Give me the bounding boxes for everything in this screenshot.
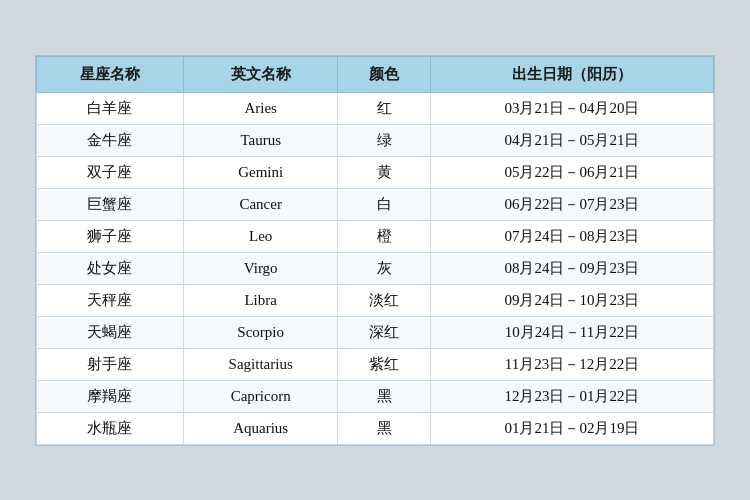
color-cell: 红 [338, 92, 431, 124]
color-cell: 黑 [338, 380, 431, 412]
english-name-cell: Capricorn [183, 380, 338, 412]
table-row: 巨蟹座Cancer白06月22日－07月23日 [37, 188, 714, 220]
zodiac-table-wrapper: 星座名称英文名称颜色出生日期（阳历） 白羊座Aries红03月21日－04月20… [35, 55, 715, 446]
table-row: 狮子座Leo橙07月24日－08月23日 [37, 220, 714, 252]
date-cell: 11月23日－12月22日 [430, 348, 713, 380]
chinese-name-cell: 处女座 [37, 252, 184, 284]
date-cell: 04月21日－05月21日 [430, 124, 713, 156]
date-cell: 07月24日－08月23日 [430, 220, 713, 252]
date-cell: 06月22日－07月23日 [430, 188, 713, 220]
color-cell: 淡红 [338, 284, 431, 316]
column-header: 英文名称 [183, 56, 338, 92]
color-cell: 灰 [338, 252, 431, 284]
table-row: 处女座Virgo灰08月24日－09月23日 [37, 252, 714, 284]
table-header: 星座名称英文名称颜色出生日期（阳历） [37, 56, 714, 92]
chinese-name-cell: 金牛座 [37, 124, 184, 156]
chinese-name-cell: 狮子座 [37, 220, 184, 252]
color-cell: 深红 [338, 316, 431, 348]
english-name-cell: Taurus [183, 124, 338, 156]
chinese-name-cell: 巨蟹座 [37, 188, 184, 220]
color-cell: 黑 [338, 412, 431, 444]
color-cell: 绿 [338, 124, 431, 156]
table-row: 射手座Sagittarius紫红11月23日－12月22日 [37, 348, 714, 380]
date-cell: 01月21日－02月19日 [430, 412, 713, 444]
table-row: 白羊座Aries红03月21日－04月20日 [37, 92, 714, 124]
table-row: 摩羯座Capricorn黑12月23日－01月22日 [37, 380, 714, 412]
column-header: 星座名称 [37, 56, 184, 92]
chinese-name-cell: 水瓶座 [37, 412, 184, 444]
english-name-cell: Scorpio [183, 316, 338, 348]
date-cell: 08月24日－09月23日 [430, 252, 713, 284]
color-cell: 黄 [338, 156, 431, 188]
color-cell: 橙 [338, 220, 431, 252]
english-name-cell: Leo [183, 220, 338, 252]
chinese-name-cell: 摩羯座 [37, 380, 184, 412]
chinese-name-cell: 天蝎座 [37, 316, 184, 348]
date-cell: 05月22日－06月21日 [430, 156, 713, 188]
column-header: 出生日期（阳历） [430, 56, 713, 92]
english-name-cell: Aquarius [183, 412, 338, 444]
date-cell: 09月24日－10月23日 [430, 284, 713, 316]
date-cell: 03月21日－04月20日 [430, 92, 713, 124]
table-row: 金牛座Taurus绿04月21日－05月21日 [37, 124, 714, 156]
column-header: 颜色 [338, 56, 431, 92]
table-row: 双子座Gemini黄05月22日－06月21日 [37, 156, 714, 188]
zodiac-table: 星座名称英文名称颜色出生日期（阳历） 白羊座Aries红03月21日－04月20… [36, 56, 714, 445]
table-body: 白羊座Aries红03月21日－04月20日金牛座Taurus绿04月21日－0… [37, 92, 714, 444]
chinese-name-cell: 白羊座 [37, 92, 184, 124]
date-cell: 12月23日－01月22日 [430, 380, 713, 412]
color-cell: 白 [338, 188, 431, 220]
table-row: 天蝎座Scorpio深红10月24日－11月22日 [37, 316, 714, 348]
table-row: 水瓶座Aquarius黑01月21日－02月19日 [37, 412, 714, 444]
english-name-cell: Virgo [183, 252, 338, 284]
header-row: 星座名称英文名称颜色出生日期（阳历） [37, 56, 714, 92]
date-cell: 10月24日－11月22日 [430, 316, 713, 348]
english-name-cell: Sagittarius [183, 348, 338, 380]
english-name-cell: Libra [183, 284, 338, 316]
chinese-name-cell: 射手座 [37, 348, 184, 380]
english-name-cell: Gemini [183, 156, 338, 188]
english-name-cell: Cancer [183, 188, 338, 220]
english-name-cell: Aries [183, 92, 338, 124]
chinese-name-cell: 天秤座 [37, 284, 184, 316]
chinese-name-cell: 双子座 [37, 156, 184, 188]
table-row: 天秤座Libra淡红09月24日－10月23日 [37, 284, 714, 316]
color-cell: 紫红 [338, 348, 431, 380]
